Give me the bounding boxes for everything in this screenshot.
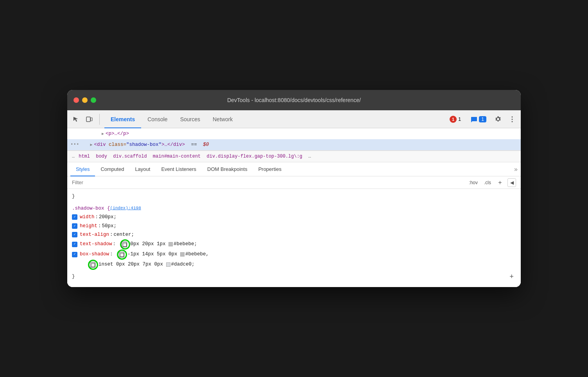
window-title: DevTools - localhost:8080/docs/devtools/…	[227, 97, 361, 103]
box-shadow-circle-highlight	[117, 250, 127, 260]
breadcrumb-html[interactable]: html	[79, 154, 90, 159]
style-tab-dom-breakpoints[interactable]: DOM Breakpoints	[202, 162, 253, 176]
style-tab-layout[interactable]: Layout	[129, 162, 156, 176]
css-prop-width-name: width	[80, 213, 95, 222]
maximize-button[interactable]	[91, 97, 96, 103]
css-source-link[interactable]: (index):4198	[110, 205, 141, 212]
dom-attr-class: class=	[109, 142, 126, 147]
breadcrumb-body[interactable]: body	[96, 154, 107, 159]
style-tab-properties[interactable]: Properties	[253, 162, 287, 176]
text-shadow-color-swatch[interactable]	[169, 242, 173, 246]
css-value-text-align: center	[114, 230, 131, 239]
css-value-width: 200px	[99, 213, 114, 222]
css-prop-text-shadow-name: text-shadow	[80, 240, 112, 249]
svg-point-3	[512, 118, 513, 120]
css-value-text-shadow-numbers: 0px 20px 1px	[131, 240, 166, 249]
css-prop-height: height : 50px ;	[72, 222, 516, 231]
settings-button[interactable]	[493, 114, 504, 125]
css-selector: .shadow-box {	[72, 204, 110, 213]
tabs: Elements Console Sources Network	[104, 110, 446, 128]
css-prop-width: width : 200px ;	[72, 213, 516, 222]
css-prop-height-name: height	[80, 222, 97, 231]
style-tab-event-listeners[interactable]: Event Listeners	[156, 162, 202, 176]
breadcrumb-more: …	[308, 154, 311, 159]
toolbar-icons	[70, 114, 100, 125]
add-style-button[interactable]: +	[496, 178, 504, 187]
hov-button[interactable]: :hov	[467, 179, 479, 186]
css-checkbox-box-shadow[interactable]	[72, 252, 77, 257]
dom-dollar-zero: $0	[203, 142, 209, 147]
svg-point-2	[512, 116, 513, 117]
go-back-button[interactable]: ◀	[507, 178, 516, 187]
svg-rect-1	[91, 118, 92, 121]
css-value-box-shadow-numbers: -1px 14px 5px 0px	[127, 250, 177, 259]
more-menu-button[interactable]	[507, 114, 518, 125]
breadcrumb-main[interactable]: main#main-content	[153, 154, 201, 159]
filter-actions: :hov .cls + ◀	[467, 178, 516, 187]
close-button[interactable]	[74, 97, 79, 103]
style-tab-computed[interactable]: Computed	[95, 162, 129, 176]
css-value-height: 50px	[102, 222, 114, 231]
css-content: } .shadow-box { (index):4198 width : 200…	[67, 189, 521, 287]
dom-line-p[interactable]: ▶ <p>…</p>	[67, 128, 521, 139]
dom-expand-icon[interactable]: ▶	[102, 131, 104, 136]
error-badge-button[interactable]: 1 1	[446, 114, 464, 124]
devtools-window: DevTools - localhost:8080/docs/devtools/…	[67, 90, 521, 287]
text-shadow-circle-highlight	[120, 239, 130, 250]
style-tab-styles[interactable]: Styles	[70, 162, 95, 176]
filter-bar: :hov .cls + ◀	[67, 176, 521, 189]
top-tabbar: Elements Console Sources Network 1 1	[67, 110, 521, 128]
minimize-button[interactable]	[82, 97, 88, 103]
svg-point-4	[512, 121, 513, 122]
dom-attr-value: "shadow-box"	[126, 142, 161, 147]
box-shadow-color-swatch-1[interactable]	[180, 252, 185, 257]
dom-dots: •••	[70, 142, 79, 147]
css-value-box-shadow-color-1: #bebebe,	[185, 250, 209, 259]
css-prop-box-shadow: box-shadow : -1px 14px 5px 0px #bebebe,	[72, 250, 516, 260]
cls-button[interactable]: .cls	[482, 179, 493, 186]
css-prop-box-shadow-name: box-shadow	[80, 250, 109, 259]
tab-network[interactable]: Network	[206, 110, 239, 128]
breadcrumb-display-flex[interactable]: div.display-flex.gap-top-300.lg\:g	[206, 154, 302, 159]
dom-line-div[interactable]: ••• ▶ <div class="shadow-box" >…</div> =…	[67, 139, 521, 150]
css-brace-close-bottom: }	[72, 272, 75, 281]
text-shadow-icon[interactable]	[122, 242, 127, 247]
inset-shadow-icon[interactable]	[90, 262, 95, 267]
message-badge-button[interactable]: 1	[467, 114, 489, 124]
breadcrumb: … html body div.scaffold main#main-conte…	[67, 151, 521, 162]
css-value-inset-keyword: inset 0px 20px 7px 0px	[99, 260, 163, 269]
device-mode-button[interactable]	[84, 114, 95, 125]
filter-input[interactable]	[72, 180, 467, 185]
error-count: 1	[450, 116, 457, 123]
breadcrumb-dots: …	[72, 154, 75, 159]
css-top-brace: }	[72, 192, 516, 201]
add-rule-button[interactable]: +	[507, 270, 516, 284]
inspect-element-button[interactable]	[70, 114, 81, 125]
css-prop-text-align: text-align : center ;	[72, 230, 516, 239]
breadcrumb-scaffold[interactable]: div.scaffold	[113, 154, 147, 159]
css-value-text-shadow-color: #bebebe	[174, 240, 194, 249]
inset-shadow-color-swatch[interactable]	[166, 262, 170, 267]
dom-expand-icon2[interactable]: ▶	[90, 142, 93, 147]
error-badge-count: 1	[458, 116, 461, 122]
tab-sources[interactable]: Sources	[174, 110, 206, 128]
css-checkbox-height[interactable]	[72, 223, 77, 229]
tab-console[interactable]: Console	[141, 110, 174, 128]
dom-tag-p: <p>…</p>	[106, 131, 129, 136]
css-checkbox-width[interactable]	[72, 214, 77, 220]
css-selector-line: .shadow-box { (index):4198	[72, 204, 516, 213]
message-count: 1	[479, 116, 486, 122]
devtools-panel: Elements Console Sources Network 1 1	[67, 110, 521, 287]
tab-elements[interactable]: Elements	[104, 110, 141, 128]
style-tabs-more-button[interactable]: »	[514, 166, 518, 173]
traffic-lights	[74, 97, 96, 103]
box-shadow-icon[interactable]	[119, 252, 124, 257]
style-tabbar: Styles Computed Layout Event Listeners D…	[67, 162, 521, 176]
css-prop-text-align-name: text-align	[80, 230, 109, 239]
tab-right-actions: 1 1 1	[446, 114, 518, 125]
css-checkbox-text-align[interactable]	[72, 232, 77, 237]
dom-panel: ▶ <p>…</p> ••• ▶ <div class="shadow-box"…	[67, 128, 521, 151]
css-brace-close-top: }	[72, 192, 75, 201]
css-checkbox-text-shadow[interactable]	[72, 242, 77, 247]
svg-rect-0	[86, 117, 90, 122]
